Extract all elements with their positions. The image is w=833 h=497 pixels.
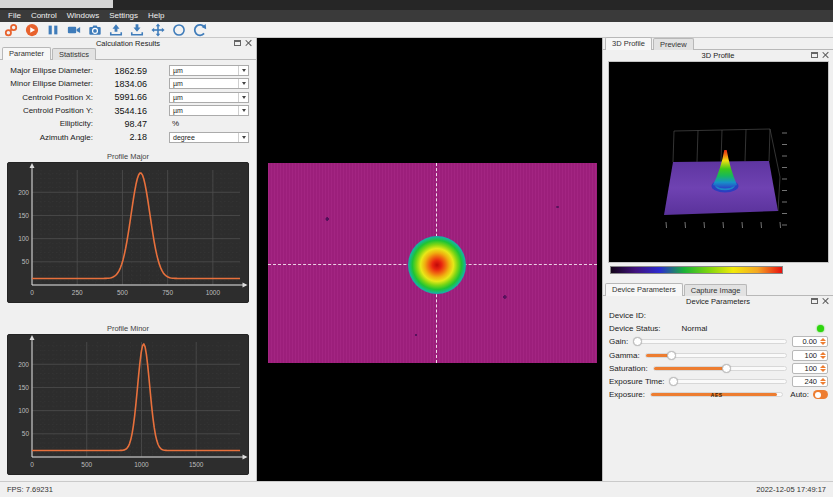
chevron-down-icon bbox=[238, 79, 248, 88]
field-label: Centroid Position X: bbox=[0, 93, 97, 102]
auto-exposure-toggle[interactable] bbox=[813, 390, 828, 399]
status-bar: FPS: 7.69231 2022-12-05 17:49:17 bbox=[0, 481, 833, 497]
saturation-slider[interactable] bbox=[653, 366, 787, 371]
unit-dropdown[interactable]: µm bbox=[169, 105, 249, 116]
rotate-ccw-icon[interactable] bbox=[192, 22, 208, 37]
fps-readout: FPS: 7.69231 bbox=[7, 485, 53, 494]
3d-profile-view[interactable] bbox=[608, 61, 829, 263]
svg-text:500: 500 bbox=[81, 461, 92, 468]
gamma-spinbox[interactable]: 100 bbox=[792, 350, 828, 361]
field-ellipticity: Ellipticity: 98.47 % bbox=[0, 117, 256, 130]
spin-up-icon[interactable] bbox=[820, 352, 826, 355]
saturation-row: Saturation: 100 bbox=[609, 362, 828, 375]
field-label: Azimuth Angle: bbox=[0, 133, 97, 142]
gamma-slider[interactable] bbox=[645, 353, 787, 358]
profile-minor-plot: 05001000150050100150200 bbox=[8, 335, 249, 470]
move-icon[interactable] bbox=[150, 22, 166, 37]
device-parameter-rows: Device ID: Device Status: Normal Gain: 0… bbox=[609, 309, 828, 401]
photo-camera-icon[interactable] bbox=[87, 22, 103, 37]
spin-down-icon[interactable] bbox=[820, 342, 826, 345]
svg-text:500: 500 bbox=[117, 289, 128, 296]
gain-spinbox[interactable]: 0.00 bbox=[792, 336, 828, 347]
window-title-area bbox=[0, 0, 113, 8]
timestamp: 2022-12-05 17:49:17 bbox=[756, 485, 826, 494]
circle-select-icon[interactable] bbox=[171, 22, 187, 37]
unit-dropdown[interactable]: µm bbox=[169, 92, 249, 103]
exposure-slider-label: AES bbox=[651, 392, 782, 398]
spin-up-icon[interactable] bbox=[820, 365, 826, 368]
profile-minor-chart: 05001000150050100150200 bbox=[7, 334, 249, 475]
tab-statistics[interactable]: Statistics bbox=[52, 48, 96, 60]
panel-title: 3D Profile bbox=[702, 51, 735, 60]
menu-help[interactable]: Help bbox=[143, 10, 169, 22]
menu-file[interactable]: File bbox=[3, 10, 26, 22]
tab-parameter[interactable]: Parameter bbox=[2, 47, 51, 60]
spin-down-icon[interactable] bbox=[820, 369, 826, 372]
unit-text: % bbox=[169, 119, 249, 128]
svg-text:100: 100 bbox=[18, 235, 29, 242]
right-panel: 3D Profile Preview 3D Profile bbox=[602, 38, 833, 481]
video-camera-icon[interactable] bbox=[66, 22, 82, 37]
tab-device-parameters[interactable]: Device Parameters bbox=[605, 283, 683, 296]
tab-3d-profile[interactable]: 3D Profile bbox=[605, 37, 652, 50]
saturation-spinbox[interactable]: 100 bbox=[792, 363, 828, 374]
close-panel-icon[interactable] bbox=[822, 297, 829, 304]
field-centroid-y: Centroid Position Y: 3544.16 µm bbox=[0, 104, 256, 117]
results-tabbar: Parameter Statistics bbox=[0, 48, 256, 60]
slider-handle[interactable] bbox=[722, 364, 731, 373]
exposure-time-spinbox[interactable]: 240 bbox=[792, 376, 828, 387]
slider-handle[interactable] bbox=[669, 377, 678, 386]
chevron-down-icon bbox=[238, 106, 248, 115]
calculation-results-panel: Calculation Results Parameter Statistics… bbox=[0, 38, 257, 481]
gain-row: Gain: 0.00 bbox=[609, 335, 828, 348]
svg-text:750: 750 bbox=[162, 289, 173, 296]
menu-settings[interactable]: Settings bbox=[104, 10, 143, 22]
field-value: 3544.16 bbox=[97, 106, 147, 116]
slider-handle[interactable] bbox=[633, 337, 642, 346]
svg-text:1000: 1000 bbox=[206, 289, 221, 296]
chevron-down-icon bbox=[238, 133, 248, 142]
field-value: 98.47 bbox=[97, 119, 147, 129]
pause-icon[interactable] bbox=[45, 22, 61, 37]
close-panel-icon[interactable] bbox=[245, 39, 252, 46]
exposure-time-slider[interactable] bbox=[670, 379, 787, 384]
float-panel-icon[interactable] bbox=[811, 52, 818, 58]
panel-title: Device Parameters bbox=[686, 297, 750, 306]
exposure-slider[interactable]: AES bbox=[650, 392, 783, 397]
unit-dropdown[interactable]: degree bbox=[169, 132, 249, 143]
close-panel-icon[interactable] bbox=[822, 51, 829, 58]
profile-major-title: Profile Major bbox=[0, 152, 256, 162]
upload-icon[interactable] bbox=[108, 22, 124, 37]
spin-down-icon[interactable] bbox=[820, 356, 826, 359]
download-icon[interactable] bbox=[129, 22, 145, 37]
float-panel-icon[interactable] bbox=[811, 298, 818, 304]
tab-preview[interactable]: Preview bbox=[653, 38, 694, 50]
spin-up-icon[interactable] bbox=[820, 378, 826, 381]
gamma-row: Gamma: 100 bbox=[609, 349, 828, 362]
camera-view[interactable] bbox=[257, 38, 602, 481]
unit-dropdown[interactable]: µm bbox=[169, 65, 249, 76]
svg-text:100: 100 bbox=[18, 407, 29, 414]
connect-icon[interactable] bbox=[3, 22, 19, 37]
tab-capture-image[interactable]: Capture Image bbox=[684, 284, 748, 296]
spin-up-icon[interactable] bbox=[820, 338, 826, 341]
device-tabbar: Device Parameters Capture Image bbox=[603, 284, 833, 296]
beam-image[interactable] bbox=[268, 163, 597, 363]
beam-spot bbox=[408, 236, 466, 294]
play-icon[interactable] bbox=[24, 22, 40, 37]
field-label: Ellipticity: bbox=[0, 119, 97, 128]
menu-control[interactable]: Control bbox=[26, 10, 62, 22]
profile-major-chart: 0250500750100050100150200 bbox=[7, 162, 249, 303]
slider-handle[interactable] bbox=[667, 351, 676, 360]
chevron-down-icon bbox=[238, 66, 248, 75]
field-minor-diameter: Minor Ellipse Diameter: 1834.06 µm bbox=[0, 77, 256, 90]
menu-windows[interactable]: Windows bbox=[62, 10, 104, 22]
svg-text:150: 150 bbox=[18, 212, 29, 219]
spin-down-icon[interactable] bbox=[820, 382, 826, 385]
float-panel-icon[interactable] bbox=[234, 40, 241, 46]
panel-title: Calculation Results bbox=[96, 39, 160, 48]
device-status-value: Normal bbox=[682, 324, 708, 333]
unit-dropdown[interactable]: µm bbox=[169, 78, 249, 89]
svg-text:50: 50 bbox=[22, 430, 30, 437]
gain-slider[interactable] bbox=[633, 339, 787, 344]
